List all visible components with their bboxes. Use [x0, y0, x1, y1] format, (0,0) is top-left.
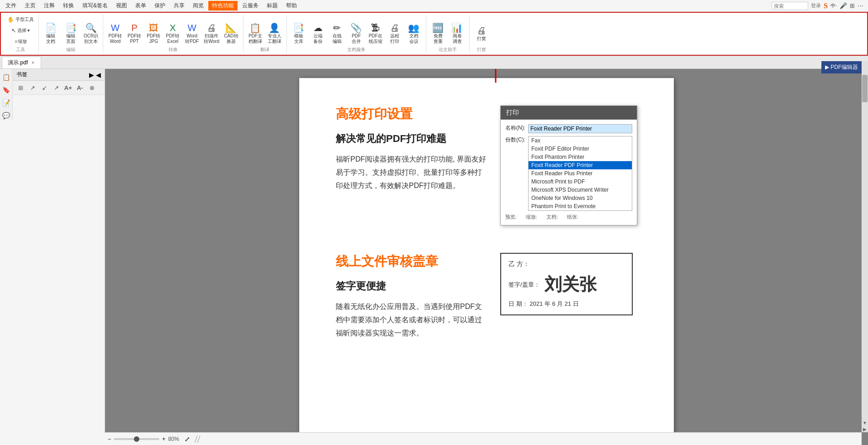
sidebar-collapse-icon[interactable]: ◀	[96, 71, 101, 79]
pdf-merge-button[interactable]: 📎 PDF合并	[347, 20, 365, 47]
print-dialog-body: 名称(N): 份数(C): Fax Foxit PDF Editor Print…	[501, 120, 637, 225]
print-copies-label: 份数(C):	[505, 136, 528, 144]
printer-onenote[interactable]: OneNote for Windows 10	[529, 194, 632, 202]
zoom-in-button[interactable]: +	[162, 436, 165, 442]
section-2: 线上文件审核盖章 签字更便捷 随着无纸化办公应用普及。当遇到使用PDF文档中需要…	[336, 253, 637, 358]
cloud-backup-button[interactable]: ☁ 云端备份	[309, 20, 327, 47]
inquiry-button[interactable]: 📊 阅卷调查	[448, 20, 466, 47]
print-button[interactable]: 🖨 打窝	[472, 20, 491, 47]
scroll-down-icon[interactable]: ▼	[862, 420, 868, 426]
edit-page-button[interactable]: 📑 编辑页面	[62, 20, 80, 47]
menu-help[interactable]: 帮助	[282, 1, 301, 10]
pdf-to-jpg-button[interactable]: 🖼 PDF转JPG	[144, 20, 163, 47]
sidebar-notes-icon[interactable]: 📝	[2, 98, 11, 107]
print-name-input[interactable]	[528, 124, 632, 133]
section-2-title: 线上文件审核盖章	[336, 253, 487, 270]
sidebar-tool-1[interactable]: ⊞	[16, 83, 26, 93]
scrollbar-thumb[interactable]	[862, 75, 868, 102]
scrollbar-track: ▼ ▶	[862, 69, 868, 432]
grid-icon[interactable]: ⊞	[850, 2, 855, 9]
sidebar-tool-2[interactable]: ↗	[27, 83, 37, 93]
sidebar-tool-7[interactable]: ⊕	[87, 83, 97, 93]
pdf-tab[interactable]: 演示.pdf ×	[2, 57, 41, 68]
red-arrow	[477, 69, 514, 89]
edit-doc-button[interactable]: 📄 编辑文档	[42, 20, 60, 47]
menu-special[interactable]: 特色功能	[208, 1, 238, 10]
menu-cloud[interactable]: 云服务	[238, 1, 262, 10]
pdf-page: 高级打印设置 解决常见的PDF打印难题 福昕PDF阅读器拥有强大的打印功能, 界…	[299, 78, 674, 445]
sidebar-tool-4[interactable]: ↗	[51, 83, 61, 93]
scroll-right-icon[interactable]: ▶	[862, 427, 868, 432]
menu-form[interactable]: 表单	[132, 1, 150, 10]
pdf-to-excel-button[interactable]: X PDF转Excel	[164, 20, 182, 47]
sidebar-comment-icon[interactable]: 💬	[2, 111, 11, 120]
pdf-to-ppt-button[interactable]: P PDF转PPT	[125, 20, 143, 47]
menu-annotate[interactable]: 注释	[40, 1, 58, 10]
menu-share[interactable]: 共享	[170, 1, 188, 10]
tab-close-button[interactable]: ×	[31, 60, 35, 65]
menu-browse[interactable]: 阅览	[189, 1, 207, 10]
menu-protect[interactable]: 保护	[151, 1, 169, 10]
print-zoom-label: 缩放:	[526, 214, 537, 220]
signature-box: 乙 方： 签字/盖章： 刘关张 日 期： 2021 年 6 月 21 日	[500, 253, 633, 315]
word-to-pdf-button[interactable]: W Word转PDF	[183, 20, 201, 47]
doc-meeting-button[interactable]: 👥 文档会议	[405, 20, 423, 47]
login-button[interactable]: 登录	[811, 2, 821, 9]
printer-foxit-editor[interactable]: Foxit PDF Editor Printer	[529, 145, 632, 153]
sidebar-tool-5[interactable]: A+	[63, 83, 73, 93]
scan-to-word-button[interactable]: 🖨 扫描件转Word	[202, 20, 221, 47]
sig-name: 刘关张	[545, 273, 597, 296]
sogou-logo: S	[824, 2, 828, 10]
pdf-translate-button[interactable]: 📋 PDF文档翻译	[246, 20, 265, 47]
pro-translate-button[interactable]: 👤 专业人工翻译	[265, 20, 284, 47]
toolbar-area: ✋ 手型工具 ↖ 选择 ▾ ∧缩放 工具 📄	[0, 12, 868, 56]
free-check-button[interactable]: 🆓 免费查重	[429, 20, 447, 47]
printer-foxit-plus[interactable]: Foxit Reader Plus Printer	[529, 169, 632, 178]
sidebar-toolbar: ⊞ ↗ ↙ ↗ A+ A- ⊕	[13, 81, 105, 95]
menu-home[interactable]: 主页	[21, 1, 39, 10]
menu-fillsign[interactable]: 填写&签名	[79, 1, 111, 10]
cad-converter-button[interactable]: 📐 CAD转换器	[222, 20, 240, 47]
template-button[interactable]: 📑 模板文库	[290, 20, 308, 47]
printer-fax[interactable]: Fax	[529, 136, 632, 145]
printer-ms-xps[interactable]: Microsoft XPS Document Writer	[529, 186, 632, 194]
ocr-button[interactable]: 🔍 OCR识别文本	[82, 20, 100, 47]
search-input[interactable]	[772, 2, 808, 10]
mic-icon[interactable]: 🎤	[840, 2, 847, 9]
printer-phantom-evernote[interactable]: Phantom Print to Evernote	[529, 202, 632, 210]
zoom-slider[interactable]	[114, 438, 159, 440]
ribbon: 文件 主页 注释 转换 填写&签名 视图 表单 保护 共享 阅览 特色功能 云服…	[0, 0, 868, 56]
fullscreen-button[interactable]: ⤢	[185, 435, 190, 443]
more-icon[interactable]: ⋯	[857, 2, 863, 9]
hand-tool-button[interactable]: ✋ 手型工具	[5, 15, 36, 25]
shrink-button[interactable]: ∧缩放	[5, 37, 36, 47]
zoom-slider-thumb[interactable]	[134, 436, 139, 442]
select-tool-button[interactable]: ↖ 选择 ▾	[5, 26, 36, 36]
printer-foxit-reader[interactable]: Foxit Reader PDF Printer	[529, 161, 632, 169]
print-dialog-title: 打印	[501, 106, 637, 120]
sidebar-tool-3[interactable]: ↙	[39, 83, 49, 93]
sidebar-tool-6[interactable]: A-	[75, 83, 85, 93]
remote-print-button[interactable]: 🖨 远程打印	[386, 20, 404, 47]
menu-view[interactable]: 视图	[112, 1, 131, 10]
print-doc-label: 文档:	[546, 214, 558, 220]
zoom-out-button[interactable]: −	[108, 436, 111, 442]
online-edit-button[interactable]: ✏ 在线编辑	[328, 20, 346, 47]
sig-label: 签字/盖章：	[508, 281, 540, 289]
sidebar-expand-icon[interactable]: ▶	[89, 71, 94, 79]
printer-foxit-phantom[interactable]: Foxit Phantom Printer	[529, 153, 632, 161]
sidebar-header: 书签 ▶ ◀	[13, 69, 105, 81]
printer-ms-pdf[interactable]: Microsoft Print to PDF	[529, 178, 632, 186]
menu-subtitle[interactable]: 标题	[263, 1, 281, 10]
pdf-compress-button[interactable]: 🗜 PDF在线压缩	[366, 20, 385, 47]
print-extra-labels: 预览: 缩放: 文档: 纸张:	[505, 214, 632, 220]
menu-convert[interactable]: 转换	[59, 1, 78, 10]
sidebar-page-icon[interactable]: 📋	[2, 73, 11, 82]
print-printer-list: Fax Foxit PDF Editor Printer Foxit Phant…	[528, 136, 632, 211]
sidebar-bookmark-icon[interactable]: 🔖	[2, 85, 11, 94]
menu-file[interactable]: 文件	[2, 1, 20, 10]
sig-party: 乙 方：	[508, 260, 625, 268]
menu-bar: 文件 主页 注释 转换 填写&签名 视图 表单 保护 共享 阅览 特色功能 云服…	[0, 0, 868, 12]
pdf-to-word-button[interactable]: W PDF转Word	[106, 20, 124, 47]
pdf-editor-panel-label[interactable]: ▶ PDF编辑器	[821, 61, 862, 73]
